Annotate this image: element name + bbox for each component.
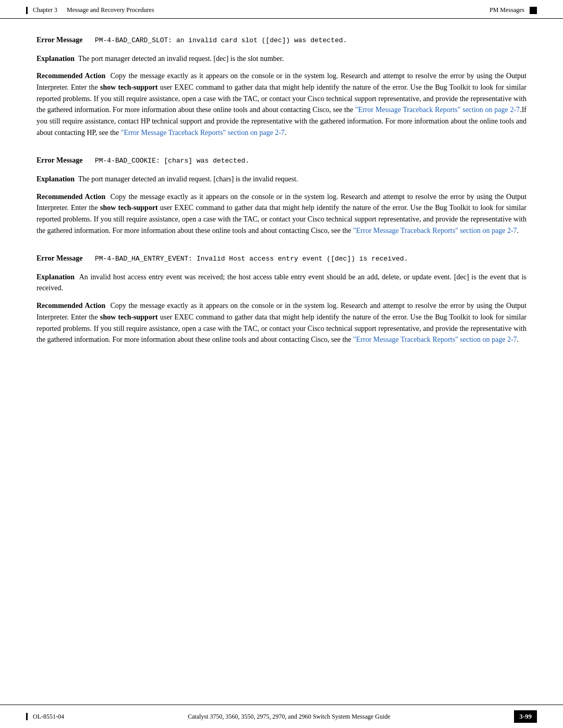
section-title: PM Messages [489,6,524,14]
error-message-line-3: Error Message PM-4-BAD_HA_ENTRY_EVENT: I… [36,253,527,264]
header-right-bar-icon [530,7,537,14]
error-label-2: Error Message [36,156,83,164]
message-block-3: Error Message PM-4-BAD_HA_ENTRY_EVENT: I… [36,253,527,346]
explanation-label-1: Explanation [36,55,75,63]
action-label-1: Recommended Action [36,72,105,80]
action-bold-1a: show tech-support [100,83,158,91]
footer-page-number: 3-99 [514,710,537,723]
action-bold-3a: show tech-support [100,313,158,321]
action-label-3: Recommended Action [36,302,105,310]
header-left: Chapter 3 Message and Recovery Procedure… [26,6,154,14]
action-bold-2a: show tech-support [100,204,158,212]
explanation-3: Explanation An invalid host access entry… [36,272,527,294]
action-link-1b[interactable]: "Error Message Traceback Reports" sectio… [121,129,285,137]
error-code-1: PM-4-BAD_CARD_SLOT: an invalid card slot… [95,36,347,44]
page-header: Chapter 3 Message and Recovery Procedure… [0,0,563,19]
footer-bar-icon [26,713,28,720]
error-label-1: Error Message [36,36,83,44]
action-label-2: Recommended Action [36,193,105,201]
footer-book-title: Catalyst 3750, 3560, 3550, 2975, 2970, a… [188,713,390,720]
message-block-2: Error Message PM-4-BAD_COOKIE: [chars] w… [36,155,527,236]
chapter-title: Message and Recovery Procedures [67,6,154,14]
chapter-label: Chapter 3 [33,6,57,14]
header-right: PM Messages [489,6,537,14]
header-bar-icon [26,7,28,14]
action-link-1a[interactable]: "Error Message Traceback Reports" sectio… [355,106,520,114]
action-text-2c: . [517,227,519,235]
action-1: Recommended Action Copy the message exac… [36,70,527,138]
explanation-1: Explanation The port manager detected an… [36,53,527,65]
message-block-1: Error Message PM-4-BAD_CARD_SLOT: an inv… [36,34,527,138]
footer-doc-number: OL-8551-04 [33,713,64,721]
page-container: Chapter 3 Message and Recovery Procedure… [0,0,563,728]
action-3: Recommended Action Copy the message exac… [36,300,527,346]
error-code-2: PM-4-BAD_COOKIE: [chars] was detected. [95,157,249,165]
explanation-label-2: Explanation [36,175,75,183]
action-link-2a[interactable]: "Error Message Traceback Reports" sectio… [353,227,517,235]
explanation-text-2: The port manager detected an invalid req… [78,175,298,183]
page-footer: OL-8551-04 Catalyst 3750, 3560, 3550, 29… [0,705,563,728]
action-text-1d: . [285,129,287,137]
explanation-text-3: An invalid host access entry event was r… [36,273,527,292]
explanation-text-1: The port manager detected an invalid req… [78,55,284,63]
action-2: Recommended Action Copy the message exac… [36,191,527,237]
page-content: Error Message PM-4-BAD_CARD_SLOT: an inv… [0,19,563,378]
error-message-line-2: Error Message PM-4-BAD_COOKIE: [chars] w… [36,155,527,166]
error-code-3: PM-4-BAD_HA_ENTRY_EVENT: Invalid Host ac… [95,255,408,263]
footer-center: Catalyst 3750, 3560, 3550, 2975, 2970, a… [188,713,390,721]
action-link-3a[interactable]: "Error Message Traceback Reports" sectio… [353,336,517,343]
explanation-label-3: Explanation [36,273,75,281]
footer-left: OL-8551-04 [26,713,64,721]
explanation-2: Explanation The port manager detected an… [36,174,527,185]
action-text-3c: . [517,336,519,343]
error-label-3: Error Message [36,254,83,262]
error-message-line-1: Error Message PM-4-BAD_CARD_SLOT: an inv… [36,34,527,46]
